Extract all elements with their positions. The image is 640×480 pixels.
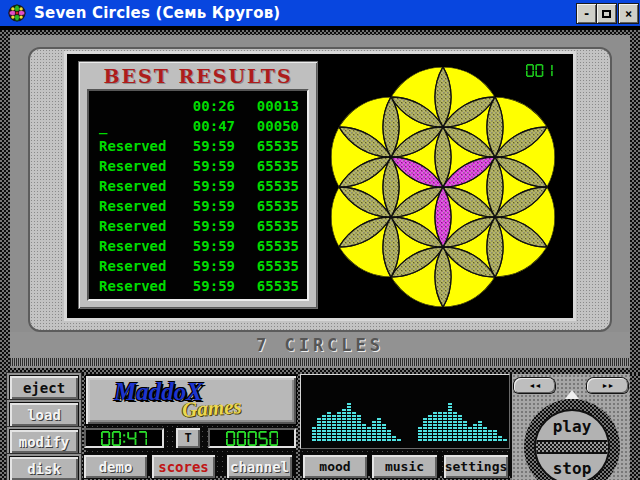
score-time: 59:59: [177, 158, 235, 178]
score-row: Reserved59:5965535: [97, 278, 299, 298]
score-time: 00:26: [177, 98, 235, 118]
eq-bar: [392, 436, 396, 441]
score-name: Reserved: [97, 198, 177, 218]
button-modify[interactable]: modify: [10, 430, 78, 453]
eq-bar: [483, 427, 487, 441]
logo-panel: MaddoX Games: [86, 376, 296, 424]
score-time: 00:47: [177, 118, 235, 138]
score-score: 00050: [235, 118, 299, 138]
score-row: Reserved59:5965535: [97, 138, 299, 158]
score-time: 59:59: [177, 218, 235, 238]
maximize-button[interactable]: [597, 4, 616, 23]
eq-bar: [397, 439, 401, 441]
button-settings[interactable]: settings: [444, 455, 508, 478]
window-title: Seven Circles (Семь Кругов): [34, 0, 280, 26]
panel-edge-right: [630, 374, 640, 480]
best-results-title: BEST RESULTS: [79, 65, 317, 87]
right-button-row: moodmusicsettings: [303, 455, 508, 478]
best-results-table: 00:2600013_00:4700050Reserved59:5965535R…: [87, 89, 309, 301]
score-name: Reserved: [97, 158, 177, 178]
eq-bar: [433, 412, 437, 441]
minimize-button[interactable]: -: [577, 4, 596, 23]
dial-band: [536, 440, 608, 454]
titlebar[interactable]: Seven Circles (Семь Кругов) - ×: [0, 0, 640, 28]
button-channel[interactable]: channel: [227, 455, 292, 478]
eq-bar: [493, 430, 497, 441]
score-score: 65535: [235, 218, 299, 238]
eq-bar: [317, 418, 321, 441]
center-button-row: demoscoreschannel: [84, 455, 292, 478]
close-icon: ×: [625, 7, 632, 21]
score-score: 65535: [235, 258, 299, 278]
caption-bar: 7 CIRCLES: [10, 332, 630, 358]
score-score: 65535: [235, 278, 299, 298]
score-name: Reserved: [97, 138, 177, 158]
eq-bar: [488, 430, 492, 441]
button-load[interactable]: load: [10, 403, 78, 426]
eq-bar: [458, 415, 462, 441]
equalizer-panel: [300, 374, 510, 449]
score-time: 59:59: [177, 238, 235, 258]
best-results-panel: BEST RESULTS 00:2600013_00:4700050Reserv…: [79, 62, 317, 308]
panel-edge-left: [0, 374, 10, 480]
eq-bar: [428, 415, 432, 441]
score-name: Reserved: [97, 218, 177, 238]
monitor-bezel: BEST RESULTS 00:2600013_00:4700050Reserv…: [0, 30, 640, 374]
eq-bar: [377, 418, 381, 441]
score-name: [97, 98, 177, 118]
button-music[interactable]: music: [372, 455, 437, 478]
score-row: _00:4700050: [97, 118, 299, 138]
eq-bar: [327, 412, 331, 441]
rewind-icon: ◄◄: [529, 382, 541, 389]
close-button[interactable]: ×: [619, 4, 638, 23]
eq-bar: [357, 415, 361, 441]
score-time: 59:59: [177, 138, 235, 158]
score-time: 59:59: [177, 278, 235, 298]
app-window: Seven Circles (Семь Кругов) - × BEST RES…: [0, 0, 640, 480]
t-button[interactable]: T: [176, 428, 200, 448]
rewind-button[interactable]: ◄◄: [514, 378, 555, 393]
eq-bar: [382, 424, 386, 441]
eq-bar: [503, 439, 507, 441]
score-row: Reserved59:5965535: [97, 198, 299, 218]
button-mood[interactable]: mood: [303, 455, 367, 478]
forward-button[interactable]: ►►: [587, 378, 628, 393]
score-score: 65535: [235, 198, 299, 218]
eq-bar: [347, 403, 351, 441]
forward-icon: ►►: [602, 382, 614, 389]
button-demo[interactable]: demo: [84, 455, 147, 478]
eq-bar: [478, 421, 482, 441]
button-eject[interactable]: eject: [10, 376, 78, 399]
time-display: [84, 428, 164, 448]
stop-button[interactable]: stop: [536, 459, 608, 478]
app-icon[interactable]: [8, 4, 26, 22]
play-button[interactable]: play: [536, 417, 608, 436]
score-name: Reserved: [97, 278, 177, 298]
score-score: 65535: [235, 138, 299, 158]
eq-bar: [438, 412, 442, 441]
eq-bar: [423, 418, 427, 441]
eq-bar: [352, 412, 356, 441]
caption-text: 7 CIRCLES: [256, 335, 384, 355]
score-row: Reserved59:5965535: [97, 218, 299, 238]
eq-bar: [473, 424, 477, 441]
eq-bar: [342, 409, 346, 441]
score-display: [208, 428, 296, 448]
eq-bar: [367, 427, 371, 441]
score-time: 59:59: [177, 258, 235, 278]
score-name: _: [97, 118, 177, 138]
caption-divider: [10, 358, 630, 366]
minimize-icon: -: [583, 7, 590, 21]
score-time: 59:59: [177, 198, 235, 218]
button-disk[interactable]: disk: [10, 457, 78, 480]
eq-bar: [448, 403, 452, 441]
left-button-column: ejectloadmodifydisk: [10, 376, 78, 480]
window-controls: - ×: [577, 4, 638, 23]
eq-bar: [332, 415, 336, 441]
eq-bar: [468, 427, 472, 441]
button-scores[interactable]: scores: [152, 455, 215, 478]
score-name: Reserved: [97, 258, 177, 278]
eq-bar: [362, 424, 366, 441]
eq-bar: [418, 427, 422, 441]
score-row: Reserved59:5965535: [97, 238, 299, 258]
